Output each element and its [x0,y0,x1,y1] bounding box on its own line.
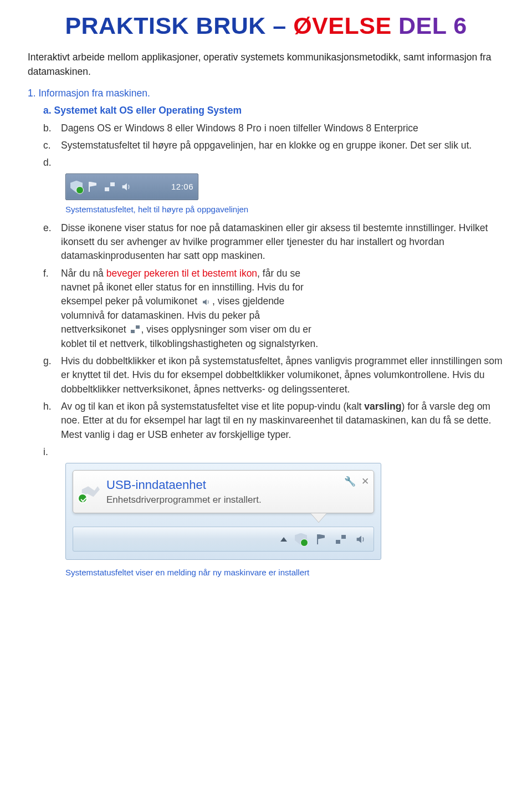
item-f-t1: Når du nå [61,268,106,279]
item-h-bold: varsling [364,401,401,412]
item-c-text: Systemstatusfeltet til høyre på oppgavel… [61,139,504,152]
close-icon: ✕ [361,475,369,489]
item-b-text: Dagens OS er Windows 8 eller Windows 8 P… [61,121,504,135]
balloon-tail [311,513,326,522]
item-e-label: e. [43,221,53,263]
taskbar-network-icon [335,533,347,545]
section-1-label: 1. [28,88,36,99]
wrench-icon: 🔧 [344,475,356,489]
taskbar-speaker-icon [355,533,367,545]
taskbar-shield-icon [295,533,307,545]
network-inline-icon [130,324,140,334]
item-h-t1: Av og til kan et ikon på systemstatusfel… [61,401,364,412]
check-icon [78,493,88,503]
balloon-screenshot: 🔧 ✕ USB-inndataenhet Enhetsdriverprogram… [65,463,504,560]
item-b: b. Dagens OS er Windows 8 eller Windows … [43,121,504,135]
item-b-label: b. [43,121,53,135]
title-part-3: DEL 6 [398,12,467,39]
item-i-label: i. [43,445,53,459]
item-c-label: c. [43,139,53,152]
item-a: a. Systemet kalt OS eller Operating Syst… [43,104,504,118]
item-h: h. Av og til kan et ikon på systemstatus… [43,400,504,442]
shield-icon [70,181,83,193]
system-tray-screenshot: 12:06 [65,174,198,200]
balloon-title: USB-inndataenhet [106,476,367,494]
item-g-label: g. [43,354,53,396]
chevron-up-icon [280,537,287,542]
title-part-1: PRAKTISK BRUK – [65,12,286,39]
item-e-text: Disse ikonene viser status for noe på da… [61,221,504,263]
item-d-label: d. [43,156,53,170]
notification-balloon: 🔧 ✕ USB-inndataenhet Enhetsdriverprogram… [73,470,374,514]
taskbar [73,527,374,552]
balloon-caption: Systemstatusfeltet viser en melding når … [65,567,504,579]
flag-icon [87,181,99,193]
item-f: f. Når du nå beveger pekeren til et best… [43,267,504,351]
item-f-label: f. [43,267,53,351]
speaker-icon [120,181,132,193]
item-a-text: Systemet kalt OS eller Operating System [54,105,241,116]
item-g-text: Hvis du dobbeltklikker et ikon på system… [61,354,504,396]
taskbar-flag-icon [315,533,327,545]
tray-caption: Systemstatusfeltet, helt til høyre på op… [65,203,504,216]
item-h-label: h. [43,400,53,442]
item-e: e. Disse ikonene viser status for noe på… [43,221,504,263]
section-1-heading: 1. Informasjon fra maskinen. [28,86,504,100]
section-1-text: Informasjon fra maskinen. [38,88,150,99]
item-c: c. Systemstatusfeltet til høyre på oppga… [43,139,504,152]
title-part-2: ØVELSE [293,12,391,39]
speaker-inline-icon [201,296,211,306]
page-title: PRAKTISK BRUK – ØVELSE DEL 6 [28,13,504,38]
item-f-highlight: beveger pekeren til et bestemt ikon [106,268,257,279]
tray-clock: 12:06 [171,182,193,191]
network-icon [104,181,116,193]
item-g: g. Hvis du dobbeltklikker et ikon på sys… [43,354,504,396]
item-d: d. [43,156,504,170]
item-i: i. [43,445,504,459]
balloon-text: Enhetsdriverprogrammet er installert. [106,493,367,507]
intro-paragraph: Interaktivt arbeide mellom applikasjoner… [28,50,504,79]
item-a-label: a. [43,105,52,116]
